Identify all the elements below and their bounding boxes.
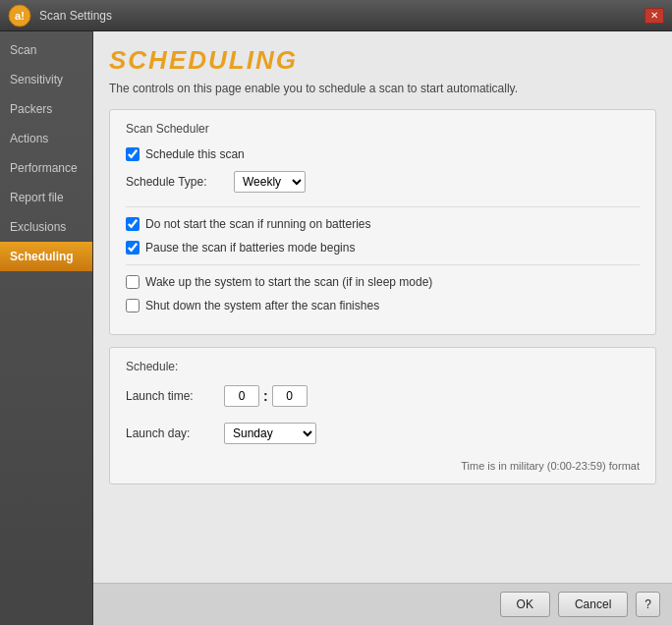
pause-battery-text: Pause the scan if batteries mode begins — [145, 241, 355, 255]
schedule-this-scan-text: Schedule this scan — [145, 147, 245, 161]
wake-up-checkbox[interactable] — [126, 275, 140, 289]
scan-scheduler-panel: Scan Scheduler Schedule this scan Schedu… — [109, 109, 656, 335]
no-battery-checkbox[interactable] — [126, 217, 140, 231]
pause-battery-label[interactable]: Pause the scan if batteries mode begins — [126, 241, 355, 255]
schedule-type-select[interactable]: WeeklyDailyMonthlyOnce — [234, 171, 306, 193]
sidebar-item-report-file[interactable]: Report file — [0, 183, 92, 212]
launch-day-select[interactable]: SundayMondayTuesdayWednesdayThursdayFrid… — [224, 423, 316, 444]
launch-day-label: Launch day: — [126, 426, 224, 440]
launch-time-label: Launch time: — [126, 389, 224, 403]
sidebar-item-exclusions[interactable]: Exclusions — [0, 212, 92, 242]
page-title: SCHEDULING — [109, 45, 656, 76]
wake-up-label[interactable]: Wake up the system to start the scan (if… — [126, 275, 432, 289]
sidebar-item-performance[interactable]: Performance — [0, 153, 92, 183]
sidebar-item-sensitivity[interactable]: Sensitivity — [0, 65, 92, 94]
svg-text:a!: a! — [15, 10, 25, 22]
schedule-type-label: Schedule Type: — [126, 175, 224, 189]
schedule-this-scan-label[interactable]: Schedule this scan — [126, 147, 245, 161]
schedule-this-scan-row: Schedule this scan — [126, 147, 640, 161]
launch-time-row: Launch time: : — [126, 385, 640, 407]
wake-up-row: Wake up the system to start the scan (if… — [126, 275, 640, 289]
no-battery-text: Do not start the scan if running on batt… — [145, 217, 370, 231]
schedule-panel-title: Schedule: — [126, 360, 640, 373]
close-button[interactable]: ✕ — [644, 8, 664, 24]
sidebar-item-packers[interactable]: Packers — [0, 94, 92, 124]
avast-logo: a! — [8, 4, 31, 28]
schedule-this-scan-checkbox[interactable] — [126, 147, 140, 161]
sidebar-item-actions[interactable]: Actions — [0, 124, 92, 153]
footer: OK Cancel ? — [93, 583, 672, 625]
sidebar-item-scheduling[interactable]: Scheduling — [0, 242, 92, 271]
content-inner: SCHEDULING The controls on this page ena… — [93, 31, 672, 583]
shutdown-row: Shut down the system after the scan fini… — [126, 299, 640, 312]
main-container: ScanSensitivityPackersActionsPerformance… — [0, 31, 672, 625]
schedule-panel: Schedule: Launch time: : Launch day: Sun… — [109, 347, 656, 484]
launch-minute-input[interactable] — [272, 385, 308, 407]
scan-scheduler-title: Scan Scheduler — [126, 122, 640, 136]
separator-1 — [126, 206, 640, 207]
sidebar: ScanSensitivityPackersActionsPerformance… — [0, 31, 93, 625]
help-button[interactable]: ? — [636, 592, 660, 617]
schedule-type-row: Schedule Type: WeeklyDailyMonthlyOnce — [126, 171, 640, 193]
launch-day-row: Launch day: SundayMondayTuesdayWednesday… — [126, 423, 640, 444]
separator-2 — [126, 264, 640, 265]
content-area: SCHEDULING The controls on this page ena… — [93, 31, 672, 625]
cancel-button[interactable]: Cancel — [558, 592, 628, 617]
no-battery-label[interactable]: Do not start the scan if running on batt… — [126, 217, 370, 231]
shutdown-label[interactable]: Shut down the system after the scan fini… — [126, 299, 379, 312]
window-title: Scan Settings — [39, 9, 644, 23]
pause-battery-row: Pause the scan if batteries mode begins — [126, 241, 640, 255]
wake-up-text: Wake up the system to start the scan (if… — [145, 275, 432, 289]
ok-button[interactable]: OK — [500, 592, 550, 617]
time-note: Time is in military (0:00-23:59) format — [126, 460, 640, 472]
sidebar-item-scan[interactable]: Scan — [0, 35, 92, 65]
time-separator: : — [263, 388, 268, 404]
shutdown-checkbox[interactable] — [126, 299, 140, 312]
pause-battery-checkbox[interactable] — [126, 241, 140, 255]
no-battery-row: Do not start the scan if running on batt… — [126, 217, 640, 231]
page-description: The controls on this page enable you to … — [109, 82, 656, 95]
shutdown-text: Shut down the system after the scan fini… — [145, 299, 379, 312]
launch-hour-input[interactable] — [224, 385, 259, 407]
title-bar: a! Scan Settings ✕ — [0, 0, 672, 31]
